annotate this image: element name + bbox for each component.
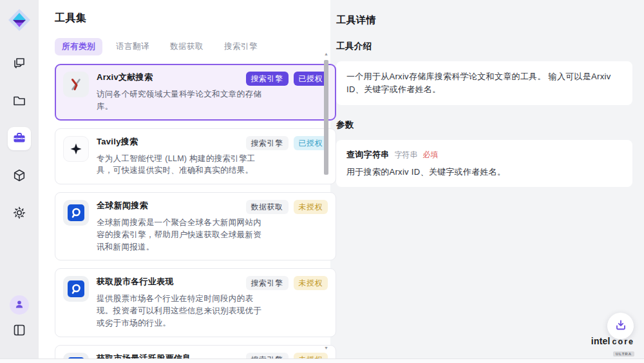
sidebar-item-packages[interactable] (8, 164, 31, 188)
intel-core-logo: intel core ULTRA (591, 336, 634, 358)
sidebar-bottom (10, 295, 29, 339)
person-icon (14, 299, 24, 311)
cube-icon (12, 168, 26, 184)
scroll-down-icon[interactable]: ▼ (323, 346, 329, 351)
intro-text: 一个用于从Arxiv存储库搜索科学论文和文章的工具。 输入可以是Arxiv ID… (346, 70, 622, 96)
param-description: 用于搜索的Arxiv ID、关键字或作者姓名。 (346, 166, 622, 178)
param-card: 查询字符串 字符串 必填 用于搜索的Arxiv ID、关键字或作者姓名。 (336, 140, 632, 187)
tab-data-acquisition[interactable]: 数据获取 (163, 38, 211, 55)
tool-description: 访问各个研究领域大量科学论文和文章的存储库。 (97, 88, 263, 113)
list-scrollbar[interactable]: ▲ ▼ (323, 52, 329, 353)
ultra-badge: ULTRA (613, 351, 634, 357)
toggle-sidebar-button[interactable] (10, 322, 29, 339)
sidebar-item-files[interactable] (8, 90, 31, 113)
tab-all-categories[interactable]: 所有类别 (55, 38, 102, 55)
category-badge: 数据获取 (246, 200, 289, 214)
gear-icon (12, 206, 26, 222)
tool-title: 获取股市各行业表现 (97, 276, 174, 288)
page-title: 工具集 (55, 12, 330, 25)
category-badge: 搜索引擎 (246, 72, 289, 86)
tool-card-tavily[interactable]: Tavily搜索 搜索引擎 已授权 专为人工智能代理 (LLM) 构建的搜索引擎… (55, 128, 336, 185)
param-name: 查询字符串 (346, 149, 390, 161)
arxiv-icon (63, 72, 89, 97)
details-title: 工具详情 (336, 14, 632, 26)
sidebar (0, 0, 39, 358)
tool-card-arxiv[interactable]: Arxiv文献搜索 搜索引擎 已授权 访问各个研究领域大量科学论文和文章的存储库… (55, 64, 336, 121)
param-required-flag: 必填 (423, 150, 439, 161)
tool-title: Tavily搜索 (97, 136, 138, 148)
auth-badge: 已授权 (294, 72, 328, 86)
tab-search-engine[interactable]: 搜索引擎 (217, 38, 265, 55)
scrollbar-thumb[interactable] (324, 60, 328, 175)
params-heading: 参数 (336, 119, 632, 131)
sidebar-item-settings[interactable] (8, 202, 31, 225)
user-avatar[interactable] (10, 295, 29, 315)
category-tabs: 所有类别 语言翻译 数据获取 搜索引擎 (55, 38, 330, 55)
intro-heading: 工具介绍 (336, 41, 632, 52)
tool-card-sector-performance[interactable]: 获取股市各行业表现 搜索引擎 未授权 提供股票市场各个行业在特定时间段内的表现。… (55, 268, 336, 337)
auth-badge: 已授权 (294, 136, 328, 150)
tool-description: 全球新闻搜索是一个聚合全球各大新闻网站内容的搜索引擎，帮助用户快速获取全球最新资… (97, 217, 263, 253)
tavily-star-icon (63, 136, 89, 162)
tool-list: Arxiv文献搜索 搜索引擎 已授权 访问各个研究领域大量科学论文和文章的存储库… (55, 64, 336, 363)
scroll-up-icon[interactable]: ▲ (323, 52, 329, 57)
sidebar-nav (8, 52, 31, 225)
toolset-panel: 工具集 所有类别 语言翻译 数据获取 搜索引擎 Arxiv文献搜索 搜索引擎 已… (39, 0, 330, 358)
tool-title: Arxiv文献搜索 (97, 72, 153, 83)
panel-layout-icon (12, 323, 26, 339)
folder-icon (12, 93, 26, 110)
tool-card-global-news[interactable]: 全球新闻搜索 数据获取 未授权 全球新闻搜索是一个聚合全球各大新闻网站内容的搜索… (55, 192, 336, 260)
auth-badge: 未授权 (294, 200, 328, 214)
core-wordmark: core (612, 337, 634, 346)
tool-details-panel: 工具详情 工具介绍 一个用于从Arxiv存储库搜索科学论文和文章的工具。 输入可… (330, 0, 644, 358)
sidebar-item-toolbox[interactable] (8, 127, 31, 150)
window-bottom-strip (0, 358, 644, 363)
tab-language-translation[interactable]: 语言翻译 (109, 38, 156, 55)
param-type: 字符串 (395, 150, 418, 161)
category-badge: 搜索引擎 (246, 276, 289, 290)
category-badge: 搜索引擎 (246, 136, 289, 150)
tool-title: 全球新闻搜索 (97, 200, 148, 211)
app-logo-icon (6, 7, 32, 33)
intel-wordmark: intel (591, 336, 611, 346)
tool-description: 提供股票市场各个行业在特定时间段内的表现。投资者可以利用这些信息来识别表现优于或… (97, 293, 263, 329)
sidebar-item-chat[interactable] (8, 52, 31, 75)
auth-badge: 未授权 (294, 276, 328, 290)
download-button[interactable] (607, 313, 634, 339)
download-icon (615, 319, 627, 333)
tool-description: 专为人工智能代理 (LLM) 构建的搜索引擎工具，可快速提供实时、准确和真实的结… (97, 153, 263, 177)
intro-card: 一个用于从Arxiv存储库搜索科学论文和文章的工具。 输入可以是Arxiv ID… (336, 61, 632, 105)
blue-search-icon (63, 276, 89, 302)
blue-search-icon (63, 200, 89, 226)
toolbox-icon (12, 131, 26, 147)
chat-icon (12, 56, 26, 72)
